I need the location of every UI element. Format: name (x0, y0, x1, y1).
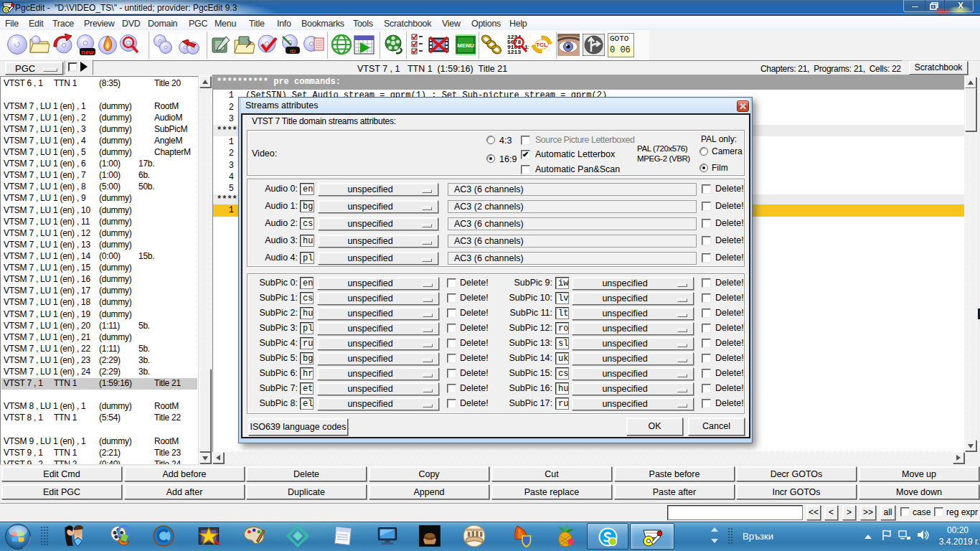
svg-text:TCL: TCL (536, 42, 547, 48)
svg-text:new: new (81, 49, 95, 56)
svg-text:MENU: MENU (457, 42, 474, 49)
svg-text:ID: ID (290, 48, 296, 55)
svg-text:1213: 1213 (507, 49, 521, 55)
